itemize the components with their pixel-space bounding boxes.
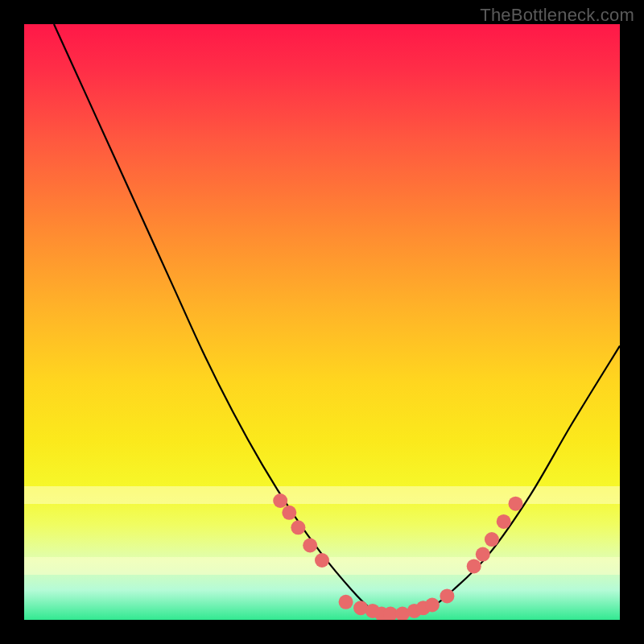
data-point bbox=[273, 493, 287, 508]
data-point bbox=[425, 598, 440, 613]
data-point bbox=[282, 506, 296, 520]
data-point bbox=[339, 595, 353, 609]
scatter-points bbox=[273, 493, 522, 620]
data-point bbox=[440, 588, 454, 603]
bottleneck-curve bbox=[54, 24, 620, 615]
data-point bbox=[303, 539, 317, 553]
chart-svg bbox=[24, 24, 620, 620]
data-point bbox=[509, 497, 523, 511]
data-point bbox=[315, 553, 329, 568]
data-point bbox=[497, 514, 511, 529]
watermark-text: TheBottleneck.com bbox=[480, 5, 634, 26]
chart-stage: TheBottleneck.com bbox=[0, 0, 644, 644]
data-point bbox=[476, 547, 490, 562]
data-point bbox=[485, 532, 499, 547]
plot-area bbox=[24, 24, 620, 620]
data-point bbox=[291, 520, 305, 535]
data-point bbox=[467, 559, 481, 573]
